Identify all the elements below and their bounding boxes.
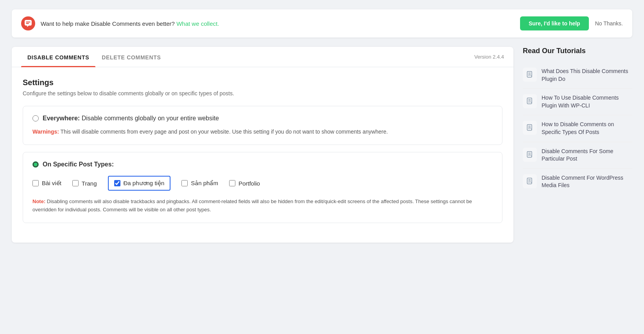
option-specific-card: On Specific Post Types: Bài viết Trang [23, 152, 502, 223]
doc-icon-4 [526, 151, 534, 159]
tutorial-label-how-to-use: How To Use Disable Comments Plugin With … [542, 94, 632, 109]
specific-label[interactable]: On Specific Post Types: [43, 161, 114, 168]
option-everywhere-header: Everywhere: Disable comments globally on… [32, 115, 493, 122]
plugin-logo-icon [21, 16, 35, 30]
tutorial-item-media-files[interactable]: Disable Comment For WordPress Media File… [523, 169, 632, 195]
version-label: Version 2.4.4 [474, 47, 504, 67]
checkbox-portfolio-input[interactable] [229, 180, 235, 186]
checkbox-san-pham[interactable]: Sản phẩm [181, 180, 218, 187]
tutorial-item-what-does[interactable]: What Does This Disable Comments Plugin D… [523, 62, 632, 89]
checkbox-trang[interactable]: Trang [72, 180, 97, 187]
tutorial-icon-what-does [523, 68, 537, 82]
warning-label: Warnings: [32, 129, 59, 135]
settings-title: Settings [23, 78, 502, 87]
tutorial-icon-media-files [523, 174, 537, 188]
tab-disable-comments[interactable]: DISABLE COMMENTS [21, 47, 95, 67]
main-layout: DISABLE COMMENTS DELETE COMMENTS Version… [12, 47, 632, 243]
tutorial-label-media-files: Disable Comment For WordPress Media File… [542, 174, 632, 189]
everywhere-warning: Warnings: This will disable comments fro… [32, 127, 493, 136]
doc-icon-5 [526, 177, 534, 185]
tutorial-icon-particular-post [523, 148, 537, 162]
notice-text: Want to help make Disable Comments even … [41, 20, 515, 27]
content-area: DISABLE COMMENTS DELETE COMMENTS Version… [12, 47, 513, 243]
portfolio-label: Portfolio [239, 180, 260, 187]
settings-description: Configure the settings below to disable … [23, 90, 502, 96]
checkbox-da-phuong-tien[interactable]: Đa phương tiện [108, 176, 171, 191]
tutorial-icon-specific-types [523, 121, 537, 135]
sidebar: Read Our Tutorials What Does This Disabl… [523, 47, 632, 195]
no-thanks-button[interactable]: No Thanks. [595, 20, 623, 27]
radio-specific[interactable] [32, 161, 39, 168]
notice-actions: Sure, I'd like to help No Thanks. [520, 16, 623, 30]
radio-everywhere[interactable] [32, 115, 39, 121]
san-pham-label: Sản phẩm [191, 180, 218, 187]
tutorial-label-particular-post: Disable Comments For Some Particular Pos… [542, 148, 632, 163]
da-phuong-tien-label: Đa phương tiện [124, 180, 165, 187]
notice-banner: Want to help make Disable Comments even … [12, 9, 632, 38]
page-wrapper: Want to help make Disable Comments even … [0, 0, 644, 252]
trang-label: Trang [82, 180, 97, 187]
tab-delete-comments[interactable]: DELETE COMMENTS [95, 47, 167, 67]
tabs-header: DISABLE COMMENTS DELETE COMMENTS Version… [12, 47, 513, 67]
notice-link[interactable]: What we collect. [176, 20, 219, 27]
note-text-content: Disabling comments will also disable tra… [32, 198, 472, 213]
checkbox-bai-viet-input[interactable] [32, 180, 39, 186]
checkbox-da-phuong-tien-input[interactable] [114, 180, 120, 186]
checkbox-san-pham-input[interactable] [181, 180, 188, 186]
everywhere-label-strong: Everywhere: [43, 115, 80, 121]
note-label: Note: [32, 198, 45, 204]
post-types-row: Bài viết Trang Đa phương tiện Sả [32, 176, 493, 191]
specific-post-types-header: On Specific Post Types: [32, 161, 493, 168]
tutorial-item-particular-post[interactable]: Disable Comments For Some Particular Pos… [523, 142, 632, 169]
doc-icon-3 [526, 124, 534, 132]
checkbox-bai-viet[interactable]: Bài viết [32, 180, 61, 187]
sidebar-title: Read Our Tutorials [523, 47, 632, 55]
content-body: Settings Configure the settings below to… [12, 67, 513, 243]
tutorial-item-how-to-use[interactable]: How To Use Disable Comments Plugin With … [523, 89, 632, 115]
doc-icon-2 [526, 97, 534, 105]
checkbox-portfolio[interactable]: Portfolio [229, 180, 260, 187]
bai-viet-label: Bài viết [42, 180, 61, 187]
option-everywhere-card: Everywhere: Disable comments globally on… [23, 106, 502, 145]
tutorial-label-what-does: What Does This Disable Comments Plugin D… [542, 68, 632, 83]
specific-note: Note: Disabling comments will also disab… [32, 198, 493, 214]
tutorial-item-specific-types[interactable]: How to Disable Comments on Specific Type… [523, 115, 632, 142]
notice-main-text: Want to help make Disable Comments even … [41, 20, 175, 27]
everywhere-label-detail: Disable comments globally on your entire… [82, 115, 219, 121]
warning-text-content: This will disable comments from every pa… [61, 129, 388, 135]
everywhere-label[interactable]: Everywhere: Disable comments globally on… [43, 115, 219, 122]
checkbox-trang-input[interactable] [72, 180, 79, 186]
doc-icon-1 [526, 71, 534, 79]
tutorial-icon-how-to-use [523, 94, 537, 108]
tutorial-label-specific-types: How to Disable Comments on Specific Type… [542, 121, 632, 136]
help-button[interactable]: Sure, I'd like to help [520, 16, 589, 30]
